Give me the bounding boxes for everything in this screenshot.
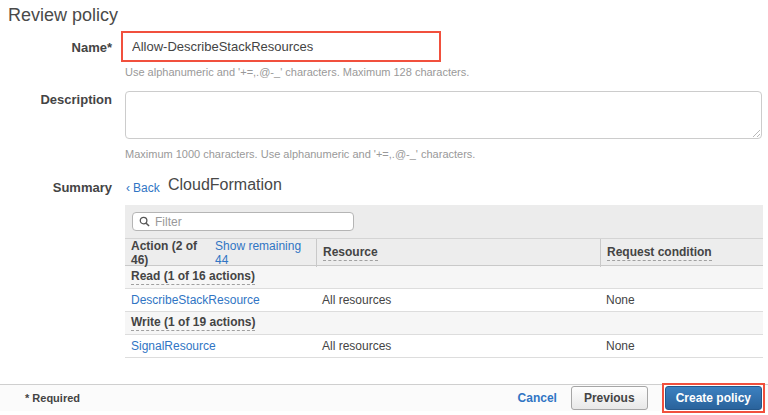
- table-row: SignalResource All resources None: [125, 335, 763, 358]
- chevron-left-icon: ‹: [126, 181, 130, 195]
- filter-input[interactable]: Filter: [132, 212, 354, 231]
- create-policy-annotation-highlight: Create policy: [662, 383, 765, 413]
- resource-cell: All resources: [316, 335, 600, 357]
- previous-button[interactable]: Previous: [571, 386, 648, 410]
- required-note: * Required: [25, 392, 80, 404]
- read-group-label: Read (1 of 16 actions): [131, 269, 255, 285]
- resource-cell: All resources: [316, 289, 600, 311]
- policy-summary-table: Filter Action (2 of 46) Show remaining 4…: [125, 205, 763, 358]
- request-condition-column-header: Request condition: [600, 239, 763, 267]
- resource-column-header: Resource: [316, 239, 600, 267]
- footer-action-bar: * Required Cancel Previous Create policy: [0, 384, 768, 411]
- table-row: DescribeStackResource All resources None: [125, 289, 763, 312]
- signal-resource-link[interactable]: SignalResource: [131, 339, 216, 353]
- request-condition-cell: None: [600, 335, 763, 357]
- policy-name-input[interactable]: [123, 33, 439, 60]
- service-name-heading: CloudFormation: [168, 176, 282, 194]
- page-title: Review policy: [8, 5, 118, 26]
- name-annotation-highlight: [121, 31, 441, 62]
- back-link-label: Back: [133, 181, 160, 195]
- resource-column-label: Resource: [323, 245, 378, 261]
- write-group-row: Write (1 of 19 actions): [125, 312, 763, 335]
- summary-label: Summary: [0, 180, 112, 195]
- filter-placeholder: Filter: [155, 215, 182, 229]
- review-policy-page: Review policy Name* Use alphanumeric and…: [0, 0, 768, 415]
- description-label: Description: [0, 92, 112, 107]
- filter-bar: Filter: [125, 205, 763, 238]
- request-condition-column-label: Request condition: [607, 245, 712, 261]
- footer-actions: Cancel Previous Create policy: [518, 383, 765, 413]
- textarea-resize-handle-icon[interactable]: [751, 128, 760, 137]
- back-link[interactable]: ‹Back: [126, 181, 160, 195]
- search-icon: [139, 216, 150, 227]
- request-condition-cell: None: [600, 289, 763, 311]
- description-help-text: Maximum 1000 characters. Use alphanumeri…: [125, 148, 475, 160]
- action-column-header: Action (2 of 46) Show remaining 44: [125, 239, 316, 267]
- name-help-text: Use alphanumeric and '+=,.@-_' character…: [125, 66, 469, 78]
- describe-stack-resource-link[interactable]: DescribeStackResource: [131, 293, 260, 307]
- action-column-label: Action (2 of 46): [131, 239, 211, 267]
- read-group-row: Read (1 of 16 actions): [125, 266, 763, 289]
- cancel-link[interactable]: Cancel: [518, 391, 557, 405]
- write-group-label: Write (1 of 19 actions): [131, 315, 255, 331]
- name-label: Name*: [0, 40, 112, 55]
- create-policy-button[interactable]: Create policy: [665, 386, 762, 410]
- policy-description-textarea[interactable]: [125, 91, 762, 139]
- table-header-row: Action (2 of 46) Show remaining 44 Resou…: [125, 238, 763, 266]
- show-remaining-link[interactable]: Show remaining 44: [215, 239, 310, 267]
